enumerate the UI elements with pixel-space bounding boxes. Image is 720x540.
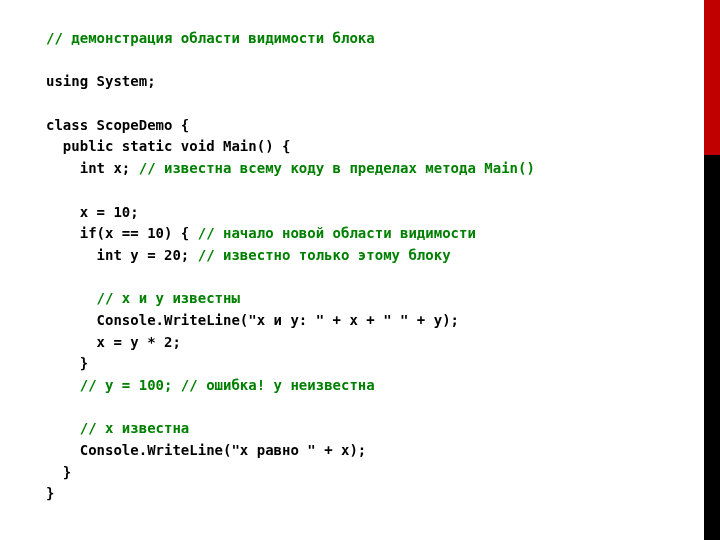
code-line: // демонстрация области видимости блока [46, 30, 375, 46]
code-line: // x и y известны [46, 290, 240, 306]
code-line: if(x == 10) { // начало новой области ви… [46, 225, 476, 241]
code-line: } [46, 464, 71, 480]
accent-bar-black [704, 155, 720, 540]
code-text: class ScopeDemo { [46, 117, 189, 133]
code-comment: // известно только этому блоку [198, 247, 451, 263]
code-comment: // x и y известны [97, 290, 240, 306]
code-text: using System; [46, 73, 156, 89]
code-text [46, 290, 97, 306]
code-text: } [46, 485, 54, 501]
code-comment: // x известна [80, 420, 190, 436]
code-text [46, 377, 80, 393]
code-line: x = y * 2; [46, 334, 181, 350]
code-line: int y = 20; // известно только этому бло… [46, 247, 451, 263]
code-line: public static void Main() { [46, 138, 290, 154]
code-comment: // y = 100; // ошибка! y неизвестна [80, 377, 375, 393]
code-text: Console.WriteLine("x равно " + x); [46, 442, 366, 458]
code-line: // y = 100; // ошибка! y неизвестна [46, 377, 375, 393]
code-text: int x; [46, 160, 139, 176]
code-line: } [46, 485, 54, 501]
code-text: int y = 20; [46, 247, 198, 263]
code-text: Console.WriteLine("x и y: " + x + " " + … [46, 312, 459, 328]
code-line: int x; // известна всему коду в пределах… [46, 160, 535, 176]
accent-bar-red [704, 0, 720, 155]
code-comment: // известна всему коду в пределах метода… [139, 160, 535, 176]
code-line: x = 10; [46, 204, 139, 220]
code-text: } [46, 464, 71, 480]
code-text: if(x == 10) { [46, 225, 198, 241]
code-comment: // начало новой области видимости [198, 225, 476, 241]
code-text: public static void Main() { [46, 138, 290, 154]
code-line: Console.WriteLine("x и y: " + x + " " + … [46, 312, 459, 328]
code-text: x = 10; [46, 204, 139, 220]
code-block: // демонстрация области видимости блока … [46, 28, 674, 505]
code-line: } [46, 355, 88, 371]
code-text [46, 420, 80, 436]
code-line: // x известна [46, 420, 189, 436]
code-text: x = y * 2; [46, 334, 181, 350]
slide: // демонстрация области видимости блока … [0, 0, 720, 540]
code-text: } [46, 355, 88, 371]
code-comment: // демонстрация области видимости блока [46, 30, 375, 46]
code-line: using System; [46, 73, 156, 89]
code-line: class ScopeDemo { [46, 117, 189, 133]
code-line: Console.WriteLine("x равно " + x); [46, 442, 366, 458]
